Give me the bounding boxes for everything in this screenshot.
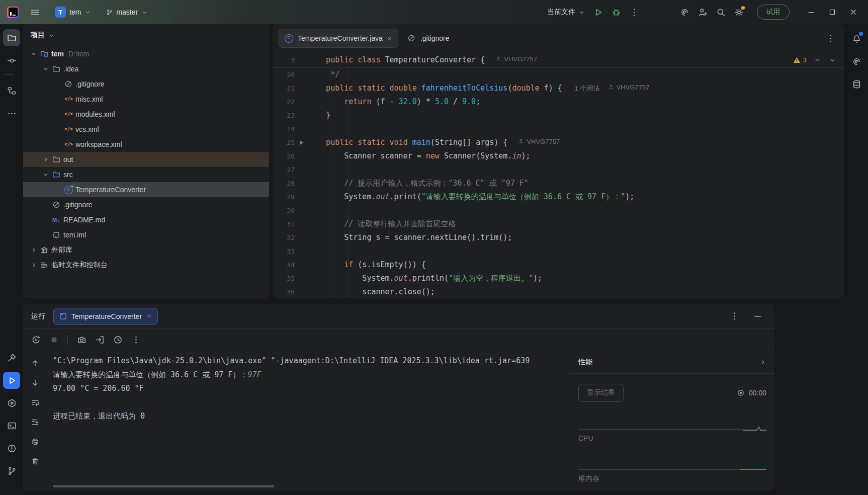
close-icon[interactable]: [387, 36, 392, 41]
vcs-branch-widget[interactable]: master: [102, 6, 152, 19]
tree-item-out[interactable]: out: [23, 152, 269, 167]
trial-button[interactable]: 试用: [757, 5, 790, 20]
problems-button[interactable]: [3, 440, 20, 457]
run-tab[interactable]: TemperatureConverter: [53, 308, 158, 325]
code-with-me-button[interactable]: [693, 3, 712, 21]
commit-button[interactable]: [3, 52, 20, 69]
terminal-button[interactable]: [3, 417, 20, 434]
code-line-26[interactable]: 26 Scanner scanner = new Scanner(System.…: [273, 149, 844, 163]
close-button[interactable]: [843, 2, 864, 23]
tree-item-README.md[interactable]: M↓ README.md: [23, 212, 269, 227]
run-configuration-selector[interactable]: 当前文件: [543, 5, 589, 20]
tree-item-.idea[interactable]: .idea: [23, 61, 269, 76]
tree-item--[interactable]: 临时文件和控制台: [23, 258, 269, 273]
editor-tab-TemperatureConverter.java[interactable]: C TemperatureConverter.java: [279, 29, 398, 48]
build-button[interactable]: [3, 349, 20, 366]
code-line-20[interactable]: 20 */: [273, 68, 844, 81]
chevron-down-icon[interactable]: [42, 65, 52, 73]
next-problem-button[interactable]: [828, 55, 837, 64]
sticky-line[interactable]: 3 public class TemperatureConverter { VH…: [273, 52, 844, 68]
import-results-button[interactable]: [92, 333, 107, 348]
editor-tab-.gitignore[interactable]: .gitignore: [401, 29, 456, 48]
xml-icon: </>: [64, 95, 75, 103]
tree-item-tem[interactable]: temD:\tem: [23, 46, 269, 61]
chevron-down-icon[interactable]: [30, 50, 40, 58]
database-button[interactable]: [848, 75, 865, 93]
code-line-23[interactable]: 23 }: [273, 109, 844, 122]
warnings-indicator[interactable]: 3: [793, 56, 807, 64]
code-line-28[interactable]: 28 // 提示用户输入，格式示例："36.6 C" 或 "97 F": [273, 177, 844, 190]
tree-item-.gitignore[interactable]: .gitignore: [23, 197, 269, 212]
tree-item-modules.xml[interactable]: </> modules.xml: [23, 107, 269, 122]
ai-assistant-button[interactable]: [848, 53, 865, 70]
chevron-down-icon[interactable]: [42, 171, 52, 179]
notifications-button[interactable]: [848, 30, 865, 47]
code-line-35[interactable]: 35 System.out.println("输入为空，程序退出。");: [273, 272, 844, 285]
code-line-21[interactable]: 21 public static double fahrenheitToCels…: [273, 81, 844, 95]
tree-item-tem.iml[interactable]: tem.iml: [23, 227, 269, 242]
chevron-right-icon[interactable]: [42, 155, 52, 163]
run-button[interactable]: [589, 3, 607, 21]
code-line-36[interactable]: 36 scanner.close();: [273, 285, 844, 298]
more-run-options-button[interactable]: [625, 3, 643, 21]
tree-item-workspace.xml[interactable]: </> workspace.xml: [23, 137, 269, 152]
run-button[interactable]: [3, 372, 20, 389]
structure-button[interactable]: [3, 82, 20, 99]
ai-assistant-button[interactable]: [675, 3, 693, 21]
code-line-24[interactable]: 24: [273, 122, 844, 136]
hide-button[interactable]: [750, 309, 764, 323]
more-tool-windows-button[interactable]: [3, 105, 20, 122]
code-line-29[interactable]: 29 System.out.print("请输入要转换的温度与单位（例如 36.…: [273, 190, 844, 204]
stop-button[interactable]: [46, 333, 61, 348]
code-line-30[interactable]: 30: [273, 204, 844, 217]
code-editor[interactable]: 20 */ 21 public static double fahrenheit…: [273, 68, 844, 298]
scroll-to-end-button[interactable]: [29, 416, 41, 428]
scroll-down-button[interactable]: [29, 377, 41, 389]
project-widget[interactable]: T tem: [51, 4, 95, 20]
project-folder-button[interactable]: [3, 29, 20, 46]
print-button[interactable]: [29, 436, 41, 448]
code-line-31[interactable]: 31 // 读取整行输入并去除首尾空格: [273, 217, 844, 231]
maximize-button[interactable]: [822, 2, 843, 23]
horizontal-scrollbar[interactable]: [53, 485, 274, 487]
services-button[interactable]: [3, 394, 20, 411]
console[interactable]: "C:\Program Files\Java\jdk-25.0.2\bin\ja…: [23, 351, 570, 490]
profiler-button[interactable]: [110, 333, 125, 348]
tree-item--[interactable]: 外部库: [23, 242, 269, 258]
search-everywhere-button[interactable]: [712, 3, 730, 21]
more-button[interactable]: [727, 309, 741, 323]
code-line-27[interactable]: 27: [273, 163, 844, 177]
settings-button[interactable]: [730, 3, 748, 21]
editor-tab-options-button[interactable]: [823, 31, 838, 46]
usages-inlay[interactable]: 1 个用法: [575, 85, 600, 92]
soft-wrap-button[interactable]: [29, 396, 41, 408]
rerun-button[interactable]: [28, 333, 43, 348]
tree-item-.gitignore[interactable]: .gitignore: [23, 76, 269, 92]
chevron-right-icon[interactable]: [30, 261, 40, 269]
tree-item-vcs.xml[interactable]: </> vcs.xml: [23, 122, 269, 137]
debug-button[interactable]: [607, 3, 625, 21]
minimize-button[interactable]: [801, 2, 822, 23]
chevron-right-icon[interactable]: [30, 246, 40, 254]
code-line-25[interactable]: 25 public static void main(String[] args…: [273, 136, 844, 149]
prev-problem-button[interactable]: [813, 55, 822, 64]
code-line-33[interactable]: 33: [273, 244, 844, 258]
code-line-22[interactable]: 22 return (f - 32.0) * 5.0 / 9.0;: [273, 95, 844, 109]
screenshot-button[interactable]: [74, 333, 89, 348]
run-gutter-icon[interactable]: [295, 139, 308, 146]
project-panel-header[interactable]: 项目: [23, 24, 269, 46]
tree-item-misc.xml[interactable]: </> misc.xml: [23, 92, 269, 107]
close-icon[interactable]: [146, 313, 152, 319]
tree-item-src[interactable]: src: [23, 167, 269, 182]
main-menu-button[interactable]: [26, 3, 44, 21]
code-line-34[interactable]: 34 if (s.isEmpty()) {: [273, 258, 844, 272]
performance-header[interactable]: 性能: [570, 351, 774, 374]
version-control-button[interactable]: [3, 462, 20, 479]
tree-item-TemperatureConverter[interactable]: C TemperatureConverter: [23, 182, 269, 197]
inspections-widget[interactable]: 3: [793, 52, 837, 67]
show-results-button[interactable]: 显示结果: [578, 384, 624, 402]
more-button[interactable]: [128, 333, 143, 348]
code-line-32[interactable]: 32 String s = scanner.nextLine().trim();: [273, 231, 844, 244]
clear-all-button[interactable]: [29, 455, 41, 467]
scroll-up-button[interactable]: [29, 357, 41, 369]
